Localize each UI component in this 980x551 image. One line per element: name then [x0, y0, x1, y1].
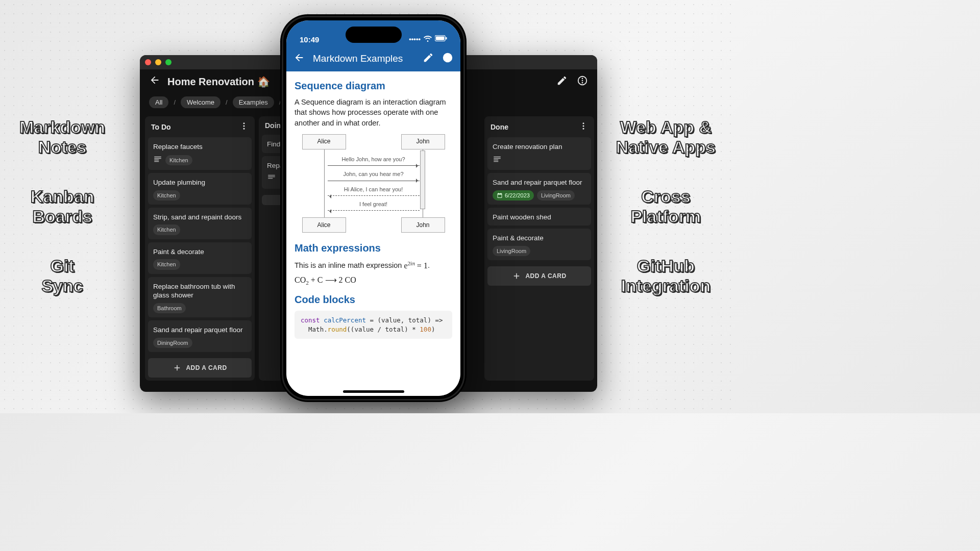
kanban-card[interactable]: Update plumbing Kitchen: [148, 173, 252, 205]
date-tag: 6/22/2023: [493, 190, 534, 201]
kanban-card[interactable]: Create renovation plan: [487, 137, 591, 170]
column-title: To Do: [151, 123, 171, 131]
kanban-card[interactable]: Sand and repair parquet floor 6/22/2023 …: [487, 173, 591, 205]
seq-actor-john: John: [401, 134, 445, 149]
svg-point-15: [447, 57, 448, 58]
section-text: This is an inline math expression e2iπ =…: [295, 259, 452, 271]
section-heading: Math expressions: [295, 241, 452, 255]
section-heading: Sequence diagram: [295, 79, 452, 93]
svg-point-3: [582, 82, 583, 83]
column-done: Done Create renovation plan Sand and rep…: [484, 116, 594, 381]
kanban-card[interactable]: Paint & decorate Kitchen: [148, 242, 252, 274]
phone-content[interactable]: Sequence diagram A Sequence diagram is a…: [286, 71, 460, 396]
svg-point-16: [447, 59, 448, 60]
cellular-icon: •••••: [409, 35, 421, 43]
column-menu-icon[interactable]: [239, 121, 249, 132]
more-icon[interactable]: [442, 52, 453, 65]
feature-list-left: Markdown Notes Kanban Boards Git Sync: [19, 0, 105, 413]
breadcrumb-item[interactable]: Examples: [233, 96, 274, 108]
svg-point-4: [243, 122, 245, 124]
status-time: 10:49: [300, 35, 319, 44]
svg-point-6: [243, 128, 245, 130]
phone-notch: [346, 27, 402, 43]
more-icon[interactable]: [577, 75, 588, 88]
wifi-icon: [424, 34, 432, 44]
minimize-icon[interactable]: [155, 59, 161, 65]
column-todo: To Do Replace faucets Kitchen Updat: [145, 116, 255, 381]
breadcrumb-item[interactable]: Welcome: [181, 96, 220, 108]
seq-actor-john: John: [401, 217, 445, 233]
svg-point-1: [582, 78, 583, 79]
feature-web-native: Web App & Native Apps: [616, 117, 716, 157]
edit-icon[interactable]: [556, 75, 568, 88]
maximize-icon[interactable]: [165, 59, 172, 65]
feature-github-integration: GitHub Integration: [616, 256, 716, 296]
svg-point-8: [583, 126, 584, 127]
home-indicator[interactable]: [343, 390, 404, 393]
column-title: Done: [491, 123, 508, 131]
kanban-card[interactable]: Replace bathroom tub with glass shower B…: [148, 277, 252, 317]
kanban-card[interactable]: Paint wooden shed: [487, 208, 591, 226]
battery-icon: [435, 35, 447, 43]
sequence-diagram: Alice John Hello John, how are you? John…: [302, 134, 445, 233]
feature-git-sync: Git Sync: [19, 256, 105, 296]
section-text: A Sequence diagram is an interaction dia…: [295, 97, 452, 128]
page-title: Markdown Examples: [313, 53, 414, 64]
svg-rect-11: [436, 36, 445, 40]
kanban-card[interactable]: Sand and repair parquet floor DiningRoom: [148, 320, 252, 352]
math-block: CO2 + C ⟶ 2 CO: [295, 274, 452, 287]
svg-point-14: [447, 55, 448, 56]
notes-icon: [267, 173, 276, 185]
feature-list-right: Web App & Native Apps Cross Platform Git…: [616, 0, 716, 413]
kanban-card[interactable]: Replace faucets Kitchen: [148, 137, 252, 170]
code-block: const calcPercent = (value, total) => Ma…: [295, 311, 452, 339]
svg-rect-12: [446, 37, 447, 40]
svg-point-7: [583, 122, 584, 124]
phone-mockup: 10:49 ••••• Markdown Examples: [280, 14, 467, 402]
seq-actor-alice: Alice: [302, 134, 346, 149]
feature-markdown-notes: Markdown Notes: [19, 117, 105, 157]
kanban-card[interactable]: Paint & decorate LivingRoom: [487, 229, 591, 260]
notes-icon: [153, 155, 162, 166]
column-menu-icon[interactable]: [579, 121, 588, 132]
add-card-button[interactable]: ADD A CARD: [487, 266, 591, 286]
back-icon[interactable]: [149, 74, 160, 88]
board-title: Home Renovation 🏠: [167, 76, 270, 88]
svg-point-9: [583, 128, 584, 130]
svg-point-5: [243, 126, 245, 127]
feature-kanban-boards: Kanban Boards: [19, 187, 105, 227]
kanban-card[interactable]: Strip, sand and repaint doors Kitchen: [148, 208, 252, 239]
edit-icon[interactable]: [423, 52, 434, 65]
add-card-button[interactable]: ADD A CARD: [148, 358, 252, 378]
back-icon[interactable]: [293, 52, 305, 65]
svg-point-2: [582, 80, 583, 81]
notes-icon: [493, 155, 502, 166]
close-icon[interactable]: [145, 59, 151, 65]
seq-actor-alice: Alice: [302, 217, 346, 233]
breadcrumb-all[interactable]: All: [149, 96, 168, 108]
phone-appbar: Markdown Examples: [286, 46, 460, 71]
section-heading: Code blocks: [295, 292, 452, 307]
feature-cross-platform: Cross Platform: [616, 187, 716, 227]
